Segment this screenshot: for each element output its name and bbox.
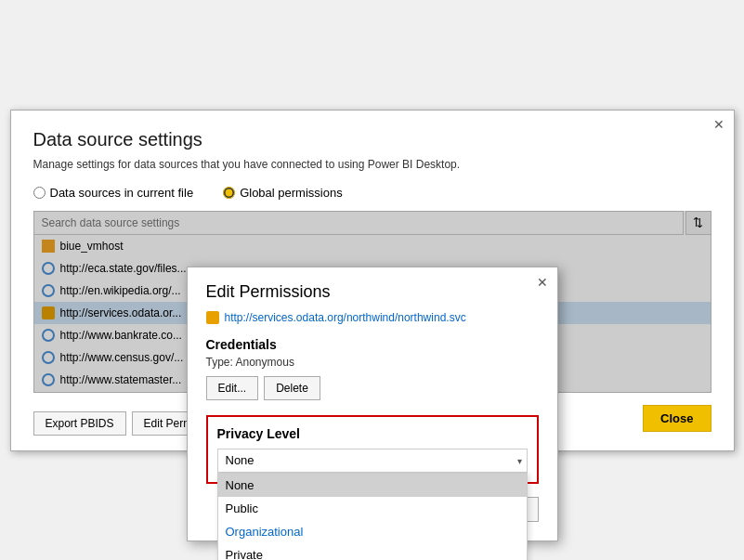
privacy-dropdown-wrapper: None Public Organizational Private ▾ Non…: [217, 449, 528, 473]
privacy-level-label: Privacy Level: [217, 426, 528, 441]
export-pbids-button[interactable]: Export PBIDS: [33, 411, 126, 436]
privacy-dropdown[interactable]: None Public Organizational Private: [217, 449, 528, 473]
window-title: Data source settings: [33, 129, 711, 150]
privacy-dropdown-list: None Public Organizational Private: [217, 473, 528, 561]
dropdown-option-private[interactable]: Private: [218, 543, 527, 561]
window-close-button[interactable]: ✕: [713, 118, 724, 131]
edit-credentials-button[interactable]: Edit...: [206, 376, 259, 400]
radio-global-permissions-label: Global permissions: [240, 186, 343, 200]
delete-credentials-button[interactable]: Delete: [264, 376, 320, 400]
radio-current-file[interactable]: Data sources in current file: [33, 186, 194, 200]
window-content: ⇅ biue_vmhost http://eca.state.gov/files…: [33, 211, 711, 393]
credentials-buttons: Edit... Delete: [206, 376, 539, 400]
radio-group: Data sources in current file Global perm…: [33, 186, 711, 200]
dropdown-option-none[interactable]: None: [218, 474, 527, 497]
radio-global-permissions[interactable]: Global permissions: [223, 186, 343, 200]
source-url: http://services.odata.org/northwind/nort…: [225, 311, 466, 324]
dropdown-option-organizational[interactable]: Organizational: [218, 520, 527, 543]
privacy-level-section: Privacy Level None Public Organizational…: [206, 415, 539, 484]
credentials-section-label: Credentials: [206, 337, 539, 352]
odata-source-icon: [206, 311, 219, 324]
radio-current-file-label: Data sources in current file: [50, 186, 194, 200]
modal-title: Edit Permissions: [206, 282, 539, 302]
close-button[interactable]: Close: [643, 405, 711, 432]
modal-overlay: ✕ Edit Permissions http://services.odata…: [33, 211, 711, 393]
dropdown-option-public[interactable]: Public: [218, 497, 527, 520]
credentials-type: Type: Anonymous: [206, 356, 539, 369]
radio-global-permissions-input[interactable]: [223, 187, 235, 199]
main-window: ✕ Data source settings Manage settings f…: [10, 110, 735, 451]
modal-source-row: http://services.odata.org/northwind/nort…: [206, 311, 539, 324]
modal-close-button[interactable]: ✕: [537, 275, 548, 290]
edit-permissions-modal: ✕ Edit Permissions http://services.odata…: [187, 267, 558, 541]
subtitle-text: Manage settings for data sources that yo…: [33, 158, 711, 171]
radio-current-file-input[interactable]: [33, 187, 46, 199]
